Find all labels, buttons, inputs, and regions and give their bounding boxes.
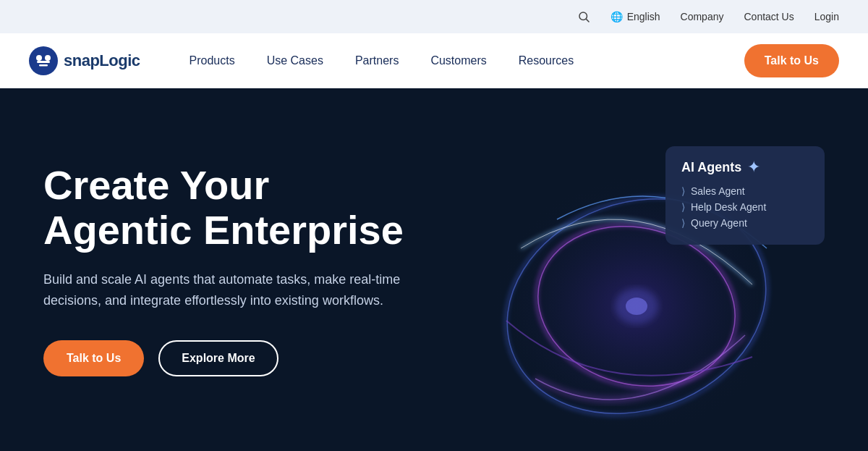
svg-point-0 [579,12,587,20]
nav-products[interactable]: Products [176,49,248,73]
hero-explore-more-button[interactable]: Explore More [158,340,278,376]
logo-text: snapLogic [64,51,140,70]
logo-icon [29,46,58,75]
ai-agents-header: AI Agents ✦ [681,158,809,177]
agent-label-sales: Sales Agent [691,185,745,197]
agent-arrow-icon-1: ⟩ [681,185,685,197]
nav-customers[interactable]: Customers [417,49,499,73]
language-label: English [627,11,660,22]
logo[interactable]: snapLogic [29,46,140,75]
login-link[interactable]: Login [814,11,839,22]
svg-line-1 [586,19,589,22]
agent-arrow-icon-3: ⟩ [681,217,685,229]
svg-point-13 [626,298,647,315]
nav-partners[interactable]: Partners [342,49,412,73]
ai-agents-card: AI Agents ✦ ⟩ Sales Agent ⟩ Help Desk Ag… [665,146,825,245]
svg-rect-5 [37,61,50,63]
svg-point-3 [36,55,42,61]
language-selector[interactable]: 🌐 English [610,11,660,22]
nav-resources[interactable]: Resources [506,49,587,73]
agent-item-query: ⟩ Query Agent [681,217,809,229]
main-navigation: snapLogic Products Use Cases Partners Cu… [0,33,868,88]
contact-us-link[interactable]: Contact Us [744,11,793,22]
hero-content: Create Your Agentic Enterprise Build and… [43,163,420,376]
logo-wrapper: snapLogic [29,46,140,75]
ai-agents-title: AI Agents [681,160,741,175]
nav-use-cases[interactable]: Use Cases [254,49,336,73]
agent-label-helpdesk: Help Desk Agent [691,201,766,213]
utility-bar: 🌐 English Company Contact Us Login [0,0,868,33]
nav-links: Products Use Cases Partners Customers Re… [176,49,744,73]
svg-point-4 [45,55,51,61]
svg-rect-6 [39,64,48,67]
hero-section: Create Your Agentic Enterprise Build and… [0,88,868,451]
nav-talk-to-us-button[interactable]: Talk to Us [744,44,839,77]
hero-description: Build and scale AI agents that automate … [43,269,420,311]
hero-title: Create Your Agentic Enterprise [43,163,420,252]
company-link[interactable]: Company [681,11,724,22]
agent-item-sales: ⟩ Sales Agent [681,185,809,197]
globe-icon: 🌐 [610,11,623,22]
agent-label-query: Query Agent [691,217,747,229]
search-button[interactable] [577,10,590,23]
agent-item-helpdesk: ⟩ Help Desk Agent [681,201,809,213]
sparkle-icon: ✦ [747,158,760,177]
search-icon [577,10,590,23]
hero-talk-to-us-button[interactable]: Talk to Us [43,340,144,376]
hero-buttons: Talk to Us Explore More [43,340,420,376]
agent-arrow-icon-2: ⟩ [681,201,685,213]
